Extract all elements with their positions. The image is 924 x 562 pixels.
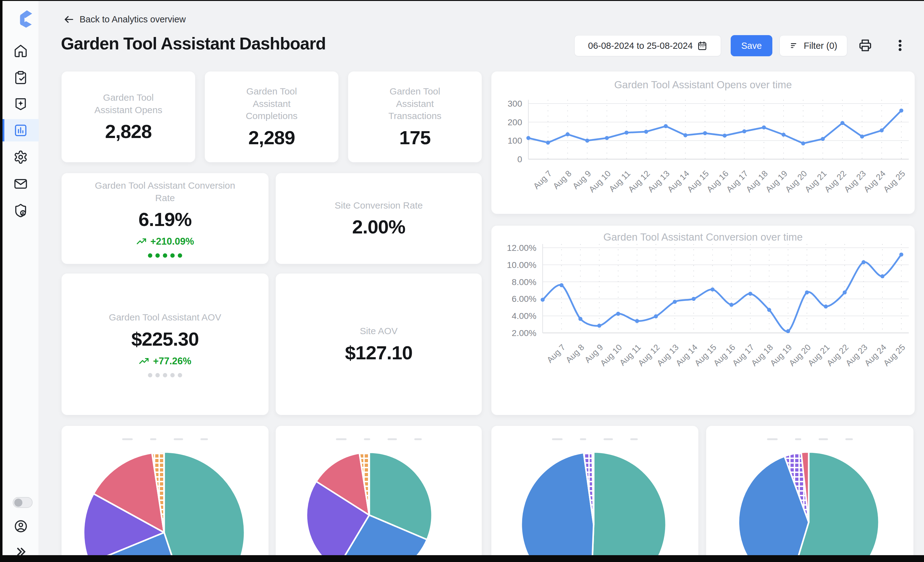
svg-text:Aug 7: Aug 7 (545, 343, 567, 365)
svg-text:Aug 13: Aug 13 (646, 169, 672, 194)
active-indicator (3, 119, 4, 141)
svg-text:Aug 25: Aug 25 (882, 169, 907, 194)
user-circle-icon[interactable] (14, 519, 28, 533)
arrow-left-icon (63, 14, 75, 25)
pie-chart-card (62, 426, 268, 562)
sidebar-item-mail[interactable] (3, 173, 39, 195)
sidebar-item-clipboard-check[interactable] (3, 66, 39, 89)
line-chart-card: Garden Tool Assistant Opens over time010… (491, 72, 915, 214)
svg-text:Aug 14: Aug 14 (666, 169, 691, 194)
kpi-value: 175 (399, 126, 430, 149)
back-link-label: Back to Analytics overview (80, 14, 186, 24)
window-edge-top (0, 0, 924, 1)
svg-text:Aug 21: Aug 21 (803, 169, 829, 194)
kpi-label: Garden Tool Assistant AOV (109, 311, 221, 324)
kpi-label: Site Conversion Rate (335, 199, 423, 212)
kpi-value: 2,289 (248, 126, 295, 149)
app-logo[interactable] (15, 7, 35, 29)
progress-dots (148, 253, 182, 258)
kpi-label: Garden Tool Assistant Transactions (376, 85, 454, 122)
svg-text:Aug 19: Aug 19 (764, 169, 789, 194)
kpi-card: Garden Tool Assistant Completions2,289 (205, 72, 339, 162)
kpi-card: Site Conversion Rate2.00% (276, 173, 482, 264)
svg-text:Aug 10: Aug 10 (598, 343, 624, 368)
svg-text:Aug 12: Aug 12 (626, 169, 652, 194)
sidebar-item-home[interactable] (3, 39, 39, 62)
kpi-card: Garden Tool Assistant AOV$225.30+77.26% (62, 273, 268, 415)
pie-chart-svg (62, 426, 268, 562)
window-edge-left (0, 0, 3, 562)
svg-text:Aug 17: Aug 17 (724, 169, 750, 194)
pie-chart-svg (276, 426, 482, 562)
svg-text:8.00%: 8.00% (512, 277, 536, 287)
filter-lines-icon (789, 41, 800, 51)
date-range-value: 06-08-2024 to 25-08-2024 (588, 41, 693, 51)
pie-chart-card (706, 426, 914, 562)
kpi-delta: +210.09% (136, 236, 194, 247)
calendar-icon (697, 41, 707, 51)
home-icon (14, 44, 28, 58)
trending-up-icon (139, 356, 149, 367)
svg-text:Aug 23: Aug 23 (842, 169, 868, 194)
line-chart-card: Garden Tool Assistant Conversion over ti… (491, 226, 915, 415)
line-chart-svg: 0100200300Aug 7Aug 8Aug 9Aug 10Aug 11Aug… (491, 72, 915, 214)
svg-text:Aug 8: Aug 8 (551, 169, 573, 191)
toggle-knob (14, 499, 22, 507)
badge-sparkle-icon (14, 97, 28, 111)
theme-toggle[interactable] (13, 497, 33, 508)
mail-icon (14, 177, 28, 191)
pie-chart-card (491, 426, 698, 562)
sidebar-item-badge-sparkle[interactable] (3, 93, 39, 115)
kpi-card: Garden Tool Assistant Transactions175 (348, 72, 482, 162)
kpi-label: Garden Tool Assistant Conversion Rate (93, 179, 237, 204)
pie-chart-svg (491, 426, 698, 562)
svg-text:Aug 8: Aug 8 (564, 343, 586, 365)
save-button-label: Save (741, 41, 762, 51)
filter-button[interactable]: Filter (0) (780, 35, 847, 56)
svg-text:300: 300 (507, 99, 522, 108)
svg-text:4.00%: 4.00% (512, 311, 536, 321)
sidebar-item-shield-user[interactable] (3, 199, 39, 222)
pie-chart-svg (706, 426, 914, 562)
kpi-label: Site AOV (360, 325, 398, 337)
save-button[interactable]: Save (730, 35, 772, 56)
kpi-value: 2,828 (105, 120, 152, 142)
window-edge-bottom (0, 555, 924, 562)
kpi-value: $127.10 (345, 342, 412, 364)
kpi-label: Garden Tool Assistant Opens (90, 92, 167, 116)
kpi-value: 6.19% (139, 208, 192, 230)
analytics-icon (14, 123, 28, 138)
svg-text:Aug 15: Aug 15 (685, 169, 711, 194)
sidebar (3, 1, 39, 555)
line-chart-svg: 2.00%4.00%6.00%8.00%10.00%12.00%Aug 7Aug… (491, 226, 915, 415)
back-to-analytics-link[interactable]: Back to Analytics overview (63, 14, 186, 25)
trending-up-icon (136, 236, 147, 247)
svg-text:2.00%: 2.00% (512, 328, 536, 338)
pie-slice-teal (591, 452, 666, 562)
kebab-menu-icon[interactable] (892, 38, 908, 53)
svg-text:200: 200 (507, 117, 522, 127)
pie-chart-card (276, 426, 482, 562)
kpi-label: Garden Tool Assistant Completions (233, 85, 310, 122)
svg-text:Aug 22: Aug 22 (823, 169, 848, 194)
kpi-value: 2.00% (352, 216, 405, 238)
svg-text:Aug 16: Aug 16 (705, 169, 730, 194)
print-icon[interactable] (858, 38, 873, 53)
svg-text:100: 100 (507, 136, 522, 146)
svg-text:Aug 10: Aug 10 (587, 169, 613, 194)
sidebar-item-analytics[interactable] (3, 119, 39, 141)
svg-text:Aug 24: Aug 24 (862, 169, 887, 194)
clipboard-check-icon (14, 70, 28, 85)
kpi-value: $225.30 (131, 328, 199, 350)
svg-text:10.00%: 10.00% (507, 260, 536, 270)
svg-text:Aug 25: Aug 25 (882, 343, 907, 368)
date-range-picker[interactable]: 06-08-2024 to 25-08-2024 (574, 35, 721, 56)
svg-text:12.00%: 12.00% (507, 243, 536, 253)
kpi-card: Site AOV$127.10 (276, 273, 482, 415)
kpi-delta: +77.26% (139, 356, 191, 367)
sidebar-item-settings[interactable] (3, 146, 39, 168)
pie-slice-blue (521, 452, 594, 562)
svg-text:6.00%: 6.00% (512, 294, 536, 304)
pie-slice-teal (164, 452, 244, 562)
svg-text:Aug 20: Aug 20 (783, 169, 809, 194)
